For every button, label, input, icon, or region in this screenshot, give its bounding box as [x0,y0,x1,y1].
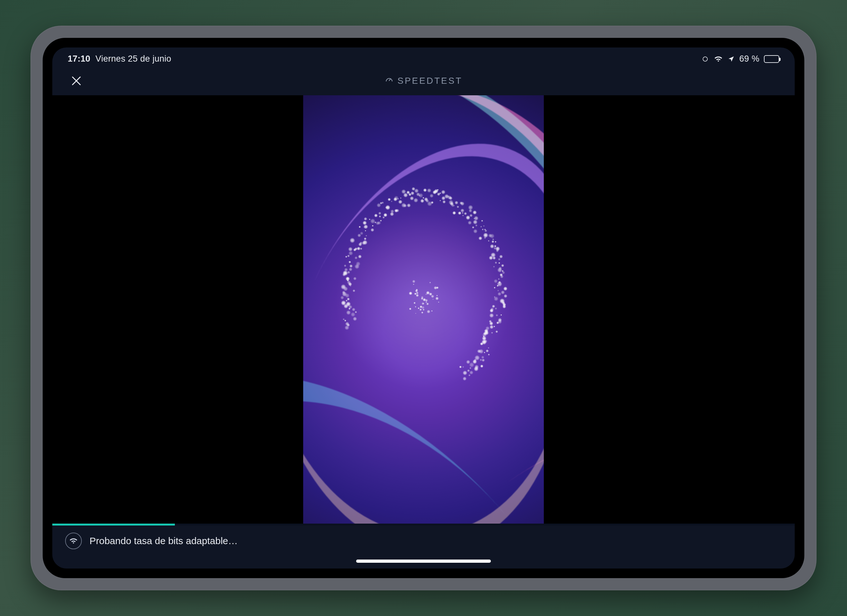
status-bar-right: 69 % [701,54,779,64]
app-title-text: SPEEDTEST [397,76,462,86]
home-indicator[interactable] [356,560,491,563]
status-bar: 17:10 Viernes 25 de junio [52,47,795,66]
battery-icon [764,55,779,63]
wifi-icon [714,55,723,63]
close-icon [70,74,83,87]
video-test-area[interactable] [52,95,795,524]
app-header: SPEEDTEST [52,66,795,95]
wifi-badge-icon [65,533,82,549]
dnd-icon [701,55,709,63]
progress-bar[interactable] [52,524,795,526]
close-button[interactable] [69,74,84,88]
status-time: 17:10 [68,54,90,64]
ipad-device-frame: 17:10 Viernes 25 de junio [31,26,816,590]
ipad-bezel: 17:10 Viernes 25 de junio [43,38,804,578]
video-sparkles [339,172,508,412]
gauge-icon [385,75,394,87]
app-title: SPEEDTEST [385,75,462,87]
app-screen: 17:10 Viernes 25 de junio [52,47,795,569]
status-date: Viernes 25 de junio [96,54,171,64]
status-bar-left: 17:10 Viernes 25 de junio [68,54,171,64]
progress-fill [52,524,175,526]
location-icon [727,56,735,62]
battery-percent-text: 69 % [739,54,759,64]
status-text: Probando tasa de bits adaptable… [90,535,238,547]
video-frame [303,95,544,524]
